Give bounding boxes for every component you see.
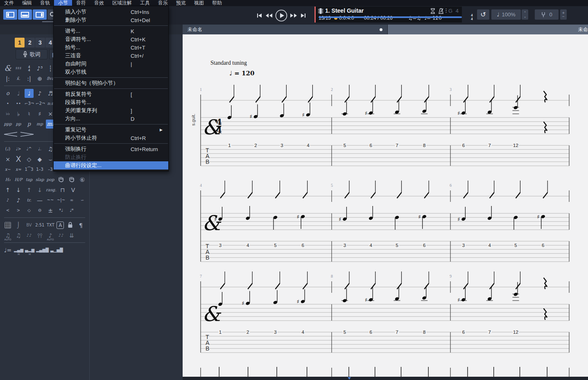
mute-hand-icon[interactable]	[67, 175, 76, 184]
heavy-accent-icon[interactable]: ♩^	[25, 145, 34, 154]
slide-shift-icon[interactable]: —	[35, 196, 44, 205]
hourglass-icon[interactable]	[430, 8, 436, 14]
layout-bottom-panel-button[interactable]	[18, 9, 32, 20]
menu-小节[interactable]: 小节	[54, 0, 72, 6]
grace-on-icon[interactable]: ♪	[14, 196, 23, 205]
string-number-icon[interactable]: ⑥	[78, 175, 87, 184]
split-beam-icon[interactable]: ♪♪	[25, 231, 34, 240]
playback-progress-bar[interactable]	[319, 16, 462, 18]
whole-note-icon[interactable]: o	[3, 89, 12, 98]
p-icon[interactable]: p	[25, 120, 34, 129]
duration-icon[interactable]: 2:51	[35, 221, 44, 230]
menu-item-拍号[interactable]: 拍号...Ctrl+T	[54, 43, 168, 52]
score-system-1[interactable]: &s.guit.44TAB11♯23♯425♯6783♯6712	[183, 83, 588, 187]
menu-item-双小节线[interactable]: 双小节线	[54, 68, 168, 76]
lyrics-button[interactable]: 歌词	[16, 49, 47, 59]
pp-icon[interactable]: pp	[14, 120, 23, 129]
transpose-control[interactable]: 0	[535, 9, 559, 20]
play-button[interactable]	[275, 9, 287, 22]
menu-区域注解[interactable]: 区域注解	[108, 0, 136, 6]
eighth-note-icon[interactable]: ♪	[35, 89, 44, 98]
skip-start-button[interactable]	[256, 12, 263, 19]
layout-right-panel-button[interactable]	[33, 9, 47, 20]
sharp-icon[interactable]: ♯	[35, 109, 44, 118]
flat-icon[interactable]: ♭	[14, 109, 23, 118]
paragraph-icon[interactable]: ¶	[76, 221, 85, 230]
brush-down-icon[interactable]: ↓	[14, 185, 23, 195]
menu-音效[interactable]: 音效	[90, 0, 108, 6]
diamond-icon[interactable]: ◇	[25, 206, 34, 215]
score-sheet[interactable]: Standard tuning ♩ = 120 &s.guit.44TAB11♯…	[183, 34, 588, 380]
track-display-panel[interactable]: 1. Steel Guitar ⋮ G 4 13/13 0.0.4.0 00:2…	[314, 7, 462, 23]
menu-item-方向[interactable]: 方向...D	[54, 115, 168, 123]
mp-icon[interactable]: mp	[35, 120, 44, 129]
double-flat-icon[interactable]: ♭♭	[3, 109, 12, 118]
menu-音乐[interactable]: 音乐	[154, 0, 172, 6]
auto-beam-icon[interactable]: ♫AUTO	[3, 231, 12, 240]
menu-item-曲谱行段设定[interactable]: 曲谱行段设定...	[54, 161, 168, 170]
mix-table-m1-icon[interactable]: ▂▄▆M	[14, 246, 23, 255]
auto-stem-icon[interactable]: ♪AUTO	[46, 231, 55, 240]
transpose-stepper[interactable]: +−	[560, 9, 567, 20]
ppp-icon[interactable]: ppp	[3, 120, 12, 129]
menu-item-谱号[interactable]: 谱号...K	[54, 27, 168, 35]
menu-工具[interactable]: 工具	[136, 0, 154, 6]
score-system-3[interactable]: &TAB71♯23♯485♯6789♯6712	[183, 269, 588, 373]
speed-stepper[interactable]: ⌃⌄	[522, 9, 528, 20]
menu-帮助[interactable]: 帮助	[208, 0, 226, 6]
dot-icon[interactable]: •	[3, 99, 12, 108]
tempo-equals-icon[interactable]: ♩=	[3, 246, 12, 255]
menu-item-自由时间[interactable]: 自由时间|	[54, 60, 168, 68]
decrescendo-icon[interactable]	[20, 130, 34, 139]
repeat-close-icon[interactable]: :|	[25, 74, 34, 83]
hammer-on-icon[interactable]: H₃	[3, 175, 12, 184]
palm-mute-icon[interactable]	[57, 175, 66, 184]
menu-编辑[interactable]: 编辑	[18, 0, 36, 6]
chord-diagram-icon[interactable]	[3, 221, 12, 230]
natural-harmonic-icon[interactable]: ⊖	[35, 206, 44, 215]
quarter-note-icon[interactable]: ♩	[25, 89, 34, 98]
menu-预览[interactable]: 预览	[172, 0, 190, 6]
heavy-dead-note-icon[interactable]: X	[14, 155, 23, 164]
palette-page-1[interactable]: 1	[15, 38, 25, 48]
menu-文件[interactable]: 文件	[0, 0, 18, 6]
slap-icon[interactable]: slap	[35, 175, 44, 184]
palette-page-2[interactable]: 2	[25, 38, 35, 48]
time-signature-icon[interactable]: 44	[25, 64, 34, 73]
palette-page-3[interactable]: 3	[35, 38, 45, 48]
rasgueado-icon[interactable]: rasg.	[46, 185, 56, 195]
clef-icon[interactable]: &	[3, 64, 12, 73]
beam-icon[interactable]: ♫	[14, 231, 23, 240]
double-dot-icon[interactable]: ••	[14, 99, 23, 108]
menu-item-强制换行[interactable]: 强制换行Ctrl+Return	[54, 145, 168, 153]
lock-icon[interactable]	[66, 221, 75, 230]
grace-before-icon[interactable]: ♪	[3, 196, 12, 205]
accent-icon[interactable]: ♩>	[14, 145, 23, 154]
score-system-2[interactable]: &TAB4♯345♯65♯345♯66♯345♯6	[183, 179, 588, 283]
menu-音轨[interactable]: 音轨	[36, 0, 54, 6]
repeat-open-icon[interactable]: |:	[3, 74, 12, 83]
menu-item-前反复符号[interactable]: 前反复符号[	[54, 90, 168, 98]
alternate-ending-icon[interactable]: x̄.	[14, 74, 23, 83]
tab-modified-dot[interactable]	[380, 28, 382, 31]
loop-button[interactable]: ↺	[477, 9, 489, 20]
tie-icon[interactable]: ∞	[67, 196, 76, 205]
ghost-note-icon[interactable]: (♩)	[3, 145, 12, 154]
star-note-icon[interactable]: *♩	[57, 206, 66, 215]
pop-icon[interactable]: pop	[46, 175, 55, 184]
mix-table-m2-icon[interactable]: ▄▂▆M	[25, 246, 34, 255]
slide-1-3-icon[interactable]: 1⁀3	[25, 165, 34, 174]
menu-item-弱拍起句（弱拍小节）[interactable]: 弱拍起句（弱拍小节）	[54, 79, 168, 87]
staccato-icon[interactable]: ♩.	[35, 145, 44, 154]
hopo-icon[interactable]: ∽	[78, 196, 87, 205]
brush-up-icon[interactable]: ↑	[3, 185, 12, 195]
trill-icon[interactable]: tr.	[25, 196, 34, 205]
hammer-pull-icon[interactable]: H/P	[14, 175, 23, 184]
rewind-button[interactable]	[265, 12, 273, 19]
bend-less-icon[interactable]: <	[3, 206, 12, 215]
menu-item-三连音[interactable]: 三连音Ctrl+/	[54, 52, 168, 60]
wide-trill-icon[interactable]: x≈	[14, 165, 23, 174]
menu-视图[interactable]: 视图	[190, 0, 208, 6]
skip-end-button[interactable]	[300, 12, 306, 19]
menu-item-插入小节[interactable]: 插入小节Ctrl+Ins	[54, 8, 168, 16]
